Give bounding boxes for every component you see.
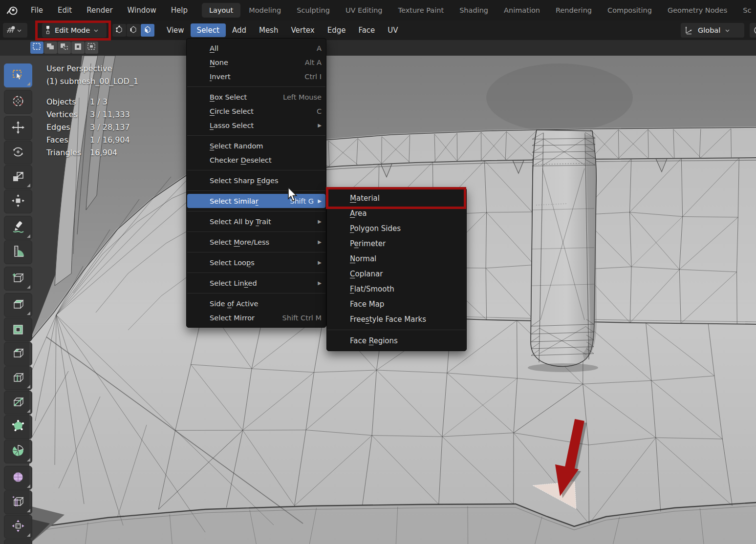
- editor-type-selector[interactable]: [3, 23, 27, 38]
- menu-item-select-all-by-trait[interactable]: Select All by Trait▶: [187, 214, 325, 229]
- selection-mode-intersect-button[interactable]: [85, 42, 98, 54]
- menu-select[interactable]: Select: [191, 23, 226, 37]
- topbar-menu-help[interactable]: Help: [164, 6, 195, 15]
- select-similar-submenu: MaterialAreaPolygon SidesPerimeterNormal…: [326, 188, 467, 351]
- menu-item-polygon-sides[interactable]: Polygon Sides: [327, 221, 466, 236]
- pivot-point-dropdown[interactable]: [750, 23, 756, 38]
- tool-measure[interactable]: [4, 240, 32, 264]
- selection-invert-icon: [73, 42, 83, 53]
- menu-edge[interactable]: Edge: [321, 23, 352, 37]
- tool-transform[interactable]: [4, 189, 32, 213]
- shrink-fatten-icon: [11, 519, 25, 535]
- menu-item-all[interactable]: AllA: [187, 41, 325, 55]
- submenu-arrow-icon: ▶: [316, 239, 322, 245]
- tab-modeling[interactable]: Modeling: [241, 3, 288, 18]
- menu-view[interactable]: View: [160, 23, 191, 37]
- selection-mode-extend-button[interactable]: [44, 42, 57, 54]
- pivot-point-icon: [753, 25, 756, 35]
- menu-item-coplanar[interactable]: Coplanar: [327, 266, 466, 281]
- tool-poly-build[interactable]: [4, 415, 32, 439]
- tool-extrude-region[interactable]: [4, 293, 32, 317]
- rotate-icon: [11, 145, 25, 161]
- tool-move[interactable]: [4, 116, 32, 140]
- topbar-menu-render[interactable]: Render: [79, 6, 120, 15]
- annotate-icon: [11, 220, 25, 236]
- tool-spin[interactable]: [4, 439, 32, 463]
- scale-icon: [11, 169, 25, 186]
- selection-mode-invert-button[interactable]: [71, 42, 85, 54]
- stat-row-triangles: Triangles16,904: [46, 146, 138, 159]
- menu-item-select-mirror[interactable]: Select MirrorShift Ctrl M: [187, 311, 325, 325]
- tab-animation[interactable]: Animation: [497, 3, 547, 18]
- tool-knife[interactable]: [4, 391, 32, 415]
- menu-item-select-linked[interactable]: Select Linked▶: [187, 276, 325, 290]
- tool-edge-slide[interactable]: [4, 490, 32, 514]
- menu-item-select-sharp-edges[interactable]: Select Sharp Edges: [187, 173, 325, 188]
- menu-item-area[interactable]: Area: [327, 206, 466, 221]
- cursor-icon: [11, 94, 25, 110]
- tab-rendering[interactable]: Rendering: [548, 3, 599, 18]
- menu-item-box-select[interactable]: Box SelectLeft Mouse: [187, 90, 325, 104]
- menu-mesh[interactable]: Mesh: [253, 23, 285, 37]
- bevel-icon: [11, 346, 25, 362]
- menu-item-select-loops[interactable]: Select Loops▶: [187, 255, 325, 270]
- menu-item-select-more-less[interactable]: Select More/Less▶: [187, 235, 325, 249]
- menu-item-checker-deselect[interactable]: Checker Deselect: [187, 153, 325, 167]
- tab-compositing[interactable]: Compositing: [600, 3, 659, 18]
- topbar-menu-edit[interactable]: Edit: [50, 6, 79, 15]
- blender-logo-icon[interactable]: [6, 4, 19, 17]
- mode-selector-label: Edit Mode: [55, 26, 90, 34]
- select-mode-face-button[interactable]: [141, 24, 154, 37]
- menu-item-circle-select[interactable]: Circle SelectC: [187, 104, 325, 118]
- menu-item-none[interactable]: NoneAlt A: [187, 55, 325, 69]
- menu-item-face-map[interactable]: Face Map: [327, 296, 466, 312]
- spin-icon: [11, 443, 25, 460]
- menu-item-invert[interactable]: InvertCtrl I: [187, 69, 325, 84]
- tab-shading[interactable]: Shading: [452, 3, 496, 18]
- tool-shrink-fatten[interactable]: [4, 515, 32, 539]
- tool-rotate[interactable]: [4, 141, 32, 165]
- menu-item-select-similar[interactable]: Select SimilarShift G▶: [187, 194, 325, 208]
- menu-item-normal[interactable]: Normal: [327, 251, 466, 266]
- menu-face[interactable]: Face: [352, 23, 381, 37]
- workspace-tabs: LayoutModelingSculptingUV EditingTexture…: [202, 0, 756, 21]
- tab-sculpting[interactable]: Sculpting: [289, 3, 337, 18]
- tool-loop-cut[interactable]: [4, 366, 32, 390]
- tool-select-box[interactable]: [4, 63, 32, 87]
- tab-texture-paint[interactable]: Texture Paint: [391, 3, 452, 18]
- topbar-menus: FileEditRenderWindowHelp: [23, 0, 195, 21]
- topbar-menu-file[interactable]: File: [23, 6, 50, 15]
- menu-separator: [187, 170, 325, 170]
- tool-scale[interactable]: [4, 165, 32, 189]
- topbar-menu-window[interactable]: Window: [120, 6, 164, 15]
- selection-mode-new-button[interactable]: [30, 42, 43, 54]
- menu-item-side-of-active[interactable]: Side of Active: [187, 296, 325, 311]
- mode-selector-dropdown[interactable]: Edit Mode: [42, 23, 107, 38]
- menu-item-lasso-select[interactable]: Lasso Select▶: [187, 118, 325, 132]
- tool-bevel[interactable]: [4, 342, 32, 366]
- select-mode-edge-button[interactable]: [127, 24, 140, 37]
- tool-cursor[interactable]: [4, 90, 32, 114]
- tool-smooth[interactable]: [4, 466, 32, 490]
- tab-geometry-nodes[interactable]: Geometry Nodes: [660, 3, 734, 18]
- menu-item-select-random[interactable]: Select Random: [187, 139, 325, 153]
- tab-layout[interactable]: Layout: [202, 3, 240, 18]
- menu-item-material[interactable]: Material: [327, 190, 466, 206]
- tool-rip-region[interactable]: [4, 539, 32, 544]
- menu-item-face-regions[interactable]: Face Regions: [327, 333, 466, 348]
- tab-uv-editing[interactable]: UV Editing: [338, 3, 390, 18]
- transform-orientation-dropdown[interactable]: Global: [681, 23, 744, 38]
- tool-inset-faces[interactable]: [4, 317, 32, 341]
- menu-uv[interactable]: UV: [381, 23, 404, 37]
- tab-sc[interactable]: Sc: [735, 3, 756, 18]
- tool-annotate[interactable]: [4, 216, 32, 240]
- menu-item-flat-smooth[interactable]: Flat/Smooth: [327, 281, 466, 296]
- menu-item-perimeter[interactable]: Perimeter: [327, 236, 466, 251]
- menu-vertex[interactable]: Vertex: [284, 23, 321, 37]
- menu-item-freestyle-face-marks[interactable]: Freestyle Face Marks: [327, 312, 466, 327]
- knife-icon: [11, 395, 25, 411]
- menu-add[interactable]: Add: [226, 23, 253, 37]
- select-mode-vertex-button[interactable]: [112, 24, 126, 37]
- tool-add-cube[interactable]: [4, 267, 32, 291]
- selection-mode-subtract-button[interactable]: [58, 42, 71, 54]
